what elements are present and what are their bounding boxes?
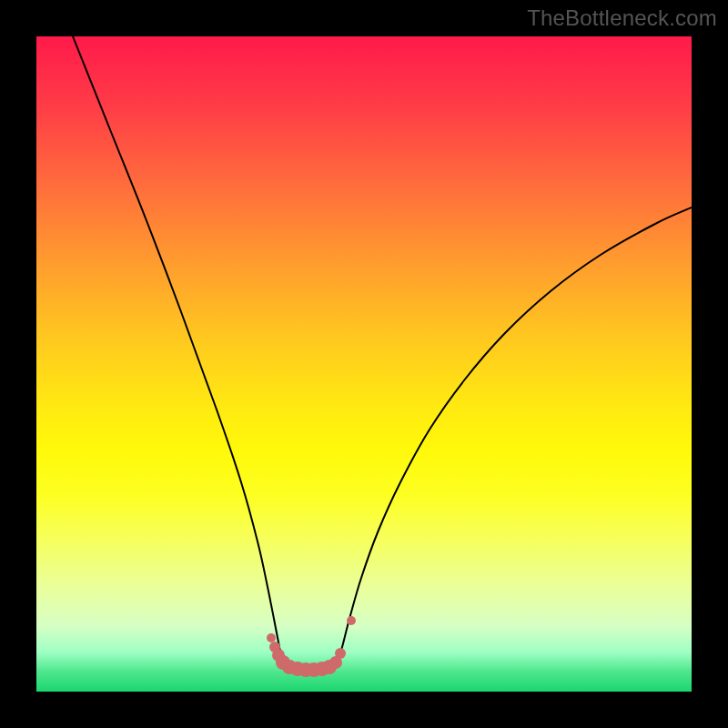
bottleneck-curve: [36, 36, 692, 692]
plot-area: [36, 36, 692, 692]
valley-marker: [347, 616, 356, 625]
valley-marker: [267, 633, 276, 642]
curve-right-path: [337, 207, 692, 664]
curve-left-path: [73, 36, 283, 664]
valley-marker: [335, 648, 346, 659]
chart-frame: TheBottleneck.com: [0, 0, 728, 728]
attribution-text: TheBottleneck.com: [527, 5, 717, 31]
